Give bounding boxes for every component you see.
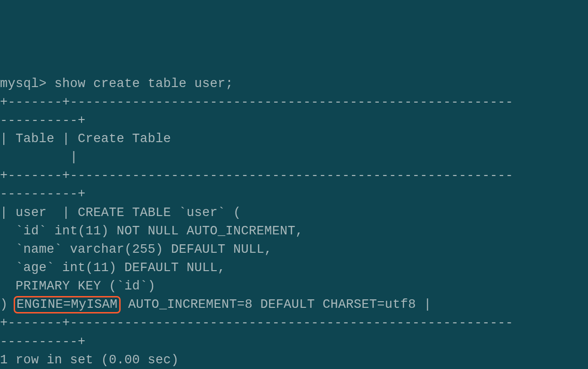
separator-line: +-------+-------------------------------… [0,168,513,183]
terminal-output: mysql> show create table user; +-------+… [0,75,588,369]
engine-line-suffix: AUTO_INCREMENT=8 DEFAULT CHARSET=utf8 | [121,297,432,312]
result-footer: 1 row in set (0.00 sec) [0,353,179,367]
table-header-continuation: | [0,150,78,164]
engine-highlight: ENGINE=MyISAM [14,296,121,313]
separator-line: ----------+ [0,113,86,128]
table-row-start: | user | CREATE TABLE `user` ( [0,206,241,220]
separator-line: +-------+-------------------------------… [0,316,513,330]
table-header: | Table | Create Table [0,132,171,146]
column-definition-id: `id` int(11) NOT NULL AUTO_INCREMENT, [0,224,303,238]
separator-line: ----------+ [0,335,86,349]
column-definition-age: `age` int(11) DEFAULT NULL, [0,261,226,275]
sql-command: show create table user; [55,77,234,91]
separator-line: +-------+-------------------------------… [0,95,513,109]
column-definition-name: `name` varchar(255) DEFAULT NULL, [0,242,272,257]
mysql-prompt: mysql> [0,77,55,91]
primary-key-definition: PRIMARY KEY (`id`) [0,279,155,293]
separator-line: ----------+ [0,187,86,201]
